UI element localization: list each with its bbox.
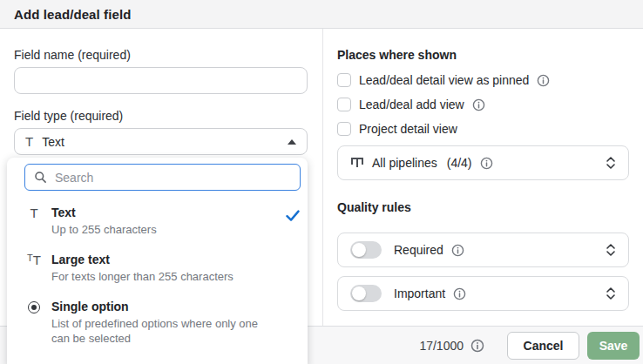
rule-label: Required (394, 243, 443, 257)
info-icon[interactable] (472, 98, 485, 111)
info-icon[interactable] (480, 157, 493, 170)
dropdown-option-single-option[interactable]: Single option List of predefined options… (24, 299, 274, 346)
checkbox-row-project-detail-view[interactable]: Project detail view (337, 122, 457, 136)
required-rule-box[interactable]: Required (337, 233, 629, 267)
dropdown-search[interactable] (24, 164, 301, 191)
field-name-label: Field name (required) (14, 48, 131, 62)
field-count: 17/1000 (419, 339, 464, 353)
selected-check-icon (286, 210, 300, 222)
info-icon[interactable] (453, 287, 466, 300)
field-type-dropdown: T Text Up to 255 characters TT Large tex… (7, 158, 308, 364)
pipelines-count: (4/4) (447, 156, 472, 170)
text-type-icon: T (24, 205, 44, 237)
checkbox-row-detail-view-pinned[interactable]: Lead/deal detail view as pinned (337, 73, 550, 87)
dropdown-option-text[interactable]: T Text Up to 255 characters (24, 205, 157, 237)
field-type-label: Field type (required) (14, 109, 123, 123)
toggle-knob (352, 243, 366, 257)
dropdown-option-large-text[interactable]: TT Large text For texts longer than 255 … (24, 252, 234, 284)
option-description: For texts longer than 255 characters (51, 269, 234, 284)
field-type-value: Text (42, 135, 64, 149)
checkbox[interactable] (337, 98, 351, 111)
option-description: List of predefined options where only on… (51, 316, 274, 346)
modal-title: Add lead/deal field (14, 7, 131, 22)
dropdown-search-input[interactable] (55, 171, 291, 185)
checkbox-label: Lead/deal detail view as pinned (359, 73, 529, 87)
checkbox-label: Lead/deal add view (359, 98, 464, 111)
checkbox-row-add-view[interactable]: Lead/deal add view (337, 98, 485, 111)
rule-label: Important (394, 286, 445, 300)
important-rule-box[interactable]: Important (337, 276, 629, 311)
search-icon (34, 171, 47, 184)
unfold-icon[interactable] (606, 242, 616, 258)
quality-rules-header: Quality rules (337, 200, 411, 214)
toggle-knob (352, 286, 366, 300)
large-text-type-icon: TT (24, 252, 44, 284)
required-toggle[interactable] (350, 241, 382, 259)
single-option-type-icon (24, 299, 44, 346)
option-description: Up to 255 characters (51, 222, 157, 237)
unfold-icon[interactable] (606, 155, 616, 171)
field-name-input[interactable] (14, 67, 308, 94)
info-icon[interactable] (537, 74, 550, 87)
option-title: Single option (51, 299, 274, 314)
checkbox[interactable] (337, 122, 351, 136)
cancel-button[interactable]: Cancel (507, 332, 579, 360)
field-type-select[interactable]: T Text (14, 128, 308, 155)
places-where-shown-header: Places where shown (337, 48, 457, 62)
save-button[interactable]: Save (587, 332, 640, 360)
option-title: Large text (51, 252, 234, 267)
checkbox-label: Project detail view (359, 122, 457, 136)
info-icon[interactable] (470, 339, 484, 353)
collapse-caret-icon (288, 139, 296, 145)
column-divider (322, 29, 323, 326)
important-toggle[interactable] (350, 285, 382, 302)
all-pipelines-selector[interactable]: All pipelines (4/4) (337, 145, 629, 180)
pipelines-label: All pipelines (372, 156, 437, 170)
text-type-icon: T (25, 135, 33, 148)
modal-header: Add lead/deal field (0, 0, 643, 29)
unfold-icon[interactable] (606, 286, 616, 301)
checkbox[interactable] (337, 73, 351, 87)
info-icon[interactable] (451, 244, 464, 257)
option-title: Text (51, 205, 157, 220)
pipeline-icon (350, 156, 364, 170)
